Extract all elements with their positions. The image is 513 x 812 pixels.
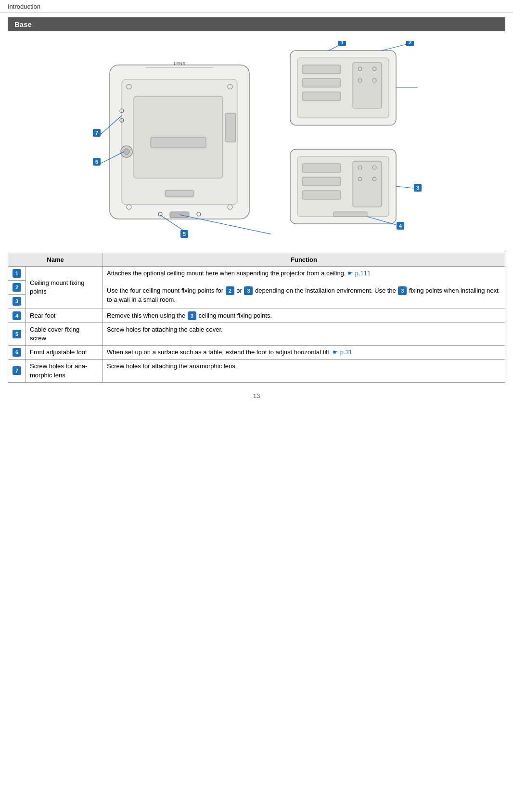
right-bottom-diagram-svg: 3 4 <box>281 142 430 238</box>
svg-rect-18 <box>225 113 236 142</box>
row-name-adj-foot: Front adjustable foot <box>26 346 103 360</box>
svg-rect-51 <box>302 177 341 186</box>
svg-text:2: 2 <box>409 41 411 45</box>
col-header-function: Function <box>103 253 505 267</box>
row-num-7: 7 <box>8 360 26 382</box>
svg-text:6: 6 <box>95 159 98 165</box>
svg-rect-36 <box>353 63 382 108</box>
diagram-left: LENS 7 6 5 <box>83 41 271 243</box>
row-func-anamorphic: Screw holes for attaching the anamorphic… <box>103 360 505 382</box>
svg-rect-33 <box>302 65 341 74</box>
section-title: Base <box>8 17 505 31</box>
row-num-3: 3 <box>8 295 26 309</box>
row-num-5: 5 <box>8 322 26 345</box>
svg-text:7: 7 <box>95 130 98 136</box>
svg-rect-10 <box>165 190 194 197</box>
svg-text:LENS: LENS <box>174 61 185 66</box>
row-name-ceiling: Ceiling mount fixingpoints <box>26 267 103 309</box>
svg-text:1: 1 <box>341 41 344 45</box>
table-row: 6 Front adjustable foot When set up on a… <box>8 346 505 360</box>
left-diagram-svg: LENS 7 6 5 <box>83 41 271 243</box>
table-row: 7 Screw holes for ana-morphic lens Screw… <box>8 360 505 382</box>
row-name-rear-foot: Rear foot <box>26 309 103 322</box>
row-num-2: 2 <box>8 281 26 295</box>
svg-rect-35 <box>302 92 341 101</box>
svg-text:4: 4 <box>399 223 402 229</box>
table-row: 1 Ceiling mount fixingpoints Attaches th… <box>8 267 505 281</box>
svg-rect-52 <box>302 191 341 199</box>
row-num-1: 1 <box>8 267 26 281</box>
row-name-cable-cover: Cable cover fixingscrew <box>26 322 103 345</box>
row-func-rear-foot: Remove this when using the 3 ceiling mou… <box>103 309 505 322</box>
svg-text:5: 5 <box>183 231 186 237</box>
right-top-diagram-svg: 1 2 <box>281 41 430 137</box>
svg-rect-53 <box>353 161 382 207</box>
table-row: 4 Rear foot Remove this when using the 3… <box>8 309 505 322</box>
page-header: Introduction <box>0 0 513 13</box>
row-num-4: 4 <box>8 309 26 322</box>
svg-rect-3 <box>151 137 206 148</box>
table-row: 5 Cable cover fixingscrew Screw holes fo… <box>8 322 505 345</box>
page-number: 13 <box>0 383 513 409</box>
col-header-name: Name <box>8 253 103 267</box>
row-func-ceiling: Attaches the optional ceiling mount here… <box>103 267 505 309</box>
header-title: Introduction <box>8 3 40 10</box>
svg-text:3: 3 <box>416 185 419 191</box>
row-func-cable-cover: Screw holes for attaching the cable cove… <box>103 322 505 345</box>
link-p31[interactable]: ☛ p.31 <box>333 348 352 356</box>
diagram-area: LENS 7 6 5 <box>8 36 505 248</box>
link-p111[interactable]: ☛ p.111 <box>347 270 371 277</box>
row-num-6: 6 <box>8 346 26 360</box>
row-func-adj-foot: When set up on a surface such as a table… <box>103 346 505 360</box>
svg-point-9 <box>124 149 129 155</box>
row-name-anamorphic: Screw holes for ana-morphic lens <box>26 360 103 382</box>
svg-rect-50 <box>302 164 341 172</box>
svg-rect-34 <box>302 78 341 87</box>
info-table: Name Function 1 Ceiling mount fixingpoin… <box>8 253 505 383</box>
svg-rect-61 <box>333 212 367 217</box>
diagram-right: 1 2 <box>281 41 430 243</box>
